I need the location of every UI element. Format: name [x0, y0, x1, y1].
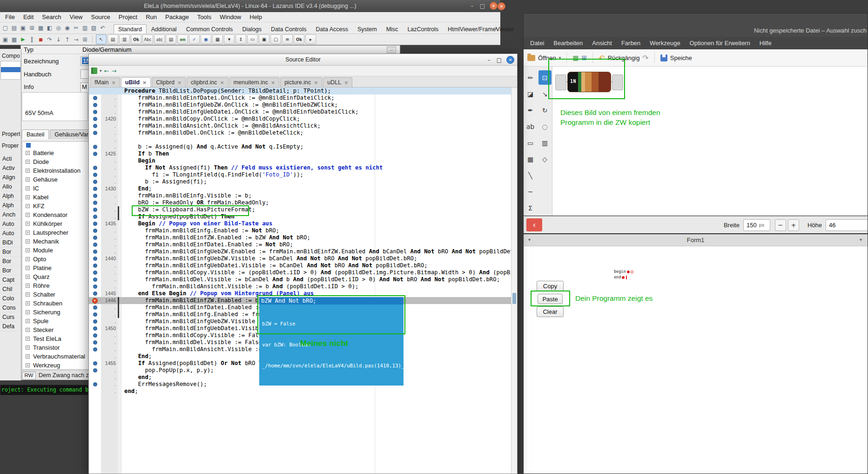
- palette-overflow-icon[interactable]: ›: [495, 24, 498, 32]
- expand-icon[interactable]: +: [26, 169, 30, 173]
- gutter-marker[interactable]: [89, 102, 101, 108]
- component-edit[interactable]: ab|: [154, 34, 165, 44]
- component-combobox[interactable]: ▼: [224, 34, 235, 44]
- menu-window[interactable]: Window: [215, 14, 245, 20]
- gutter-marker[interactable]: [89, 108, 101, 115]
- palette-tab-htmlviewer-frameviewer[interactable]: HtmlViewer/FrameViewer: [443, 24, 518, 34]
- code-line[interactable]: . frmMain.mnBildEinfgUebDatei.Visible :=…: [89, 262, 511, 269]
- code-line[interactable]: .end;: [89, 388, 511, 395]
- line-tool-icon[interactable]: ╲: [524, 168, 537, 183]
- code-line[interactable]: 1420 frmMain.mnBildCopy.OnClick := @mnBi…: [89, 115, 511, 122]
- menu-view[interactable]: View: [66, 14, 87, 20]
- code-line[interactable]: 1425 If b Then: [89, 150, 511, 157]
- code-line[interactable]: . frmMain.mnBildAnsicht.OnClick := @mnBi…: [89, 122, 511, 129]
- property-row[interactable]: Capt: [0, 275, 21, 284]
- run-to-cursor-icon[interactable]: →: [72, 35, 81, 44]
- gutter-marker[interactable]: [89, 381, 101, 388]
- gutter-marker[interactable]: [89, 206, 101, 213]
- component-groupbox[interactable]: ▭: [247, 34, 258, 44]
- toggle-form-icon[interactable]: ◧: [45, 24, 54, 33]
- code-line[interactable]: . frmMain.mnBildEinfDatei.OnClick := @mn…: [89, 95, 511, 102]
- code-line[interactable]: 1430 End;: [89, 185, 511, 192]
- code-line[interactable]: . frmMain.mnBildEinfgUebDatei.OnClick :=…: [89, 108, 511, 115]
- ellipsis-button[interactable]: ...: [387, 47, 396, 53]
- component-button-ok[interactable]: Ok: [131, 34, 141, 44]
- tab-close-icon[interactable]: ×: [271, 80, 275, 86]
- menu-package[interactable]: Package: [161, 14, 193, 20]
- component-label-abc[interactable]: Abc: [142, 34, 153, 44]
- gutter-marker[interactable]: [89, 318, 101, 325]
- property-row[interactable]: Curs: [0, 312, 21, 322]
- open-icon[interactable]: ▤: [10, 24, 19, 33]
- component-speedbutton[interactable]: ▸: [305, 34, 316, 44]
- component-panel[interactable]: ▣: [259, 34, 269, 44]
- property-row[interactable]: Allo: [0, 182, 21, 191]
- gutter-marker[interactable]: [89, 304, 101, 311]
- gutter-marker[interactable]: [89, 388, 101, 395]
- paint-title-bar[interactable]: Nicht gespeicherte Datei – Auswahl zusch: [524, 14, 868, 37]
- paste-icon[interactable]: ▧: [89, 24, 98, 33]
- property-row[interactable]: Bor: [0, 257, 21, 266]
- open-folder-icon[interactable]: [527, 55, 535, 61]
- save-all-icon[interactable]: ⊞: [27, 24, 36, 33]
- expand-icon[interactable]: +: [26, 248, 30, 252]
- redo-icon[interactable]: ↷: [642, 54, 648, 62]
- minimize-icon[interactable]: –: [486, 57, 492, 63]
- code-line[interactable]: . frmMain.mnBildEinfgUebZW.OnClick := @m…: [89, 102, 511, 108]
- expand-icon[interactable]: +: [26, 230, 30, 235]
- expand-icon[interactable]: +: [26, 354, 30, 359]
- height-input[interactable]: 46: [826, 219, 868, 231]
- component-bitbtn-ok[interactable]: Ok: [294, 34, 304, 44]
- expand-icon[interactable]: +: [26, 310, 30, 314]
- property-row[interactable]: Bor: [0, 266, 21, 275]
- gutter-marker[interactable]: [89, 346, 101, 353]
- expand-icon[interactable]: +: [26, 239, 30, 244]
- back-arrow-icon[interactable]: ←: [104, 68, 109, 74]
- change-build-icon[interactable]: ▣: [1, 35, 10, 44]
- property-row[interactable]: Chil: [0, 284, 21, 294]
- code-line[interactable]: . fi := TLongintField(q.FindField('Foto_…: [89, 171, 511, 178]
- close-icon[interactable]: ✕: [506, 56, 514, 64]
- editor-tab-picture-inc[interactable]: picture.inc×: [280, 77, 322, 87]
- pencil-tool-icon[interactable]: ✏: [524, 70, 537, 85]
- component-cursor[interactable]: ↖: [96, 34, 107, 44]
- gutter-marker[interactable]: [89, 374, 101, 381]
- forward-arrow-icon[interactable]: →: [111, 68, 116, 74]
- tab-close-icon[interactable]: ×: [314, 80, 318, 86]
- property-row[interactable]: Auto: [0, 219, 21, 229]
- menu-run[interactable]: Run: [141, 14, 161, 20]
- undo-icon[interactable]: ↶: [98, 24, 107, 33]
- property-row[interactable]: Cons: [0, 303, 21, 312]
- palette-tab-common-controls[interactable]: Common Controls: [182, 24, 238, 34]
- editor-tab-ubild[interactable]: uBild×: [121, 77, 151, 87]
- calligraphy-tool-icon[interactable]: ✒: [524, 103, 537, 117]
- shape-tool-icon[interactable]: ◇: [538, 152, 552, 166]
- component-bevel[interactable]: ▢: [270, 34, 281, 44]
- gutter-marker[interactable]: [89, 129, 101, 136]
- component-listbox[interactable]: ▦: [212, 34, 223, 44]
- gutter-marker[interactable]: [89, 213, 101, 220]
- palette-tab-system[interactable]: System: [353, 24, 382, 34]
- code-line[interactable]: . If Not Assigned(fi) Then // Feld muss …: [89, 164, 511, 171]
- code-line[interactable]: . frmMain.mnBildDel.OnClick := @mnBildDe…: [89, 129, 511, 136]
- code-line[interactable]: . frmMain.mnBildEinfZW.Enabled := bZW An…: [89, 234, 511, 241]
- code-line[interactable]: 1440 frmMain.mnBildEinfgUebZW.Visible :=…: [89, 255, 511, 262]
- code-line[interactable]: . frmMain.mnBildAnsicht.Visible := b And…: [89, 283, 511, 290]
- code-line[interactable]: . b := Assigned(q) And q.Active And Not …: [89, 143, 511, 150]
- component-scrollbar[interactable]: ⇕: [236, 34, 246, 44]
- save-button[interactable]: Speiche: [670, 54, 692, 61]
- gutter-marker[interactable]: [89, 150, 101, 157]
- expand-icon[interactable]: +: [26, 301, 30, 305]
- gutter-marker[interactable]: ▸: [89, 297, 101, 304]
- source-editor-title-bar[interactable]: Source Editor – □ ✕: [89, 54, 517, 66]
- form1-header[interactable]: ▾ Form1 ▾: [524, 234, 868, 246]
- gutter-marker[interactable]: [89, 88, 101, 95]
- save-icon[interactable]: ▣: [19, 24, 27, 33]
- component-popup-menu[interactable]: ▥: [119, 34, 130, 44]
- gutter-marker[interactable]: [89, 220, 101, 227]
- expand-icon[interactable]: +: [26, 292, 30, 297]
- gutter-marker[interactable]: [89, 234, 101, 241]
- code-line[interactable]: . frmMain.mnBildEinfgUebZW.Enabled := fr…: [89, 248, 511, 255]
- palette-tab-standard[interactable]: Standard: [114, 24, 147, 34]
- expand-icon[interactable]: +: [26, 151, 30, 155]
